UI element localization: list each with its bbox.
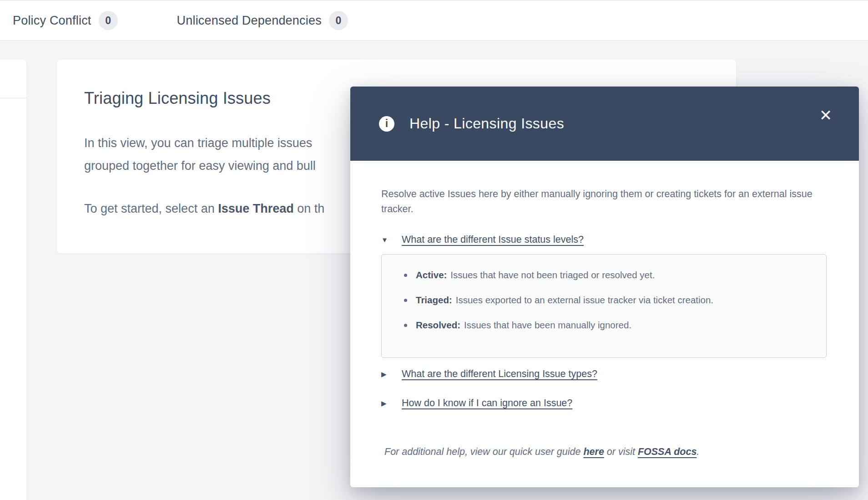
footer-text: For additional help, view our quick user…	[384, 446, 583, 457]
caret-right-icon: ▶	[381, 370, 402, 378]
status-level-item: Active: Issues that have not been triage…	[404, 269, 812, 281]
paragraph-text: grouped together for easy viewing and bu…	[84, 159, 316, 173]
paragraph-text: To get started, select an	[84, 202, 218, 215]
section-toggle-label: What are the different Licensing Issue t…	[402, 368, 597, 380]
status-term: Resolved:	[416, 319, 460, 331]
count-badge: 0	[99, 11, 118, 30]
caret-right-icon: ▶	[381, 399, 402, 408]
count-badge: 0	[329, 11, 348, 30]
tab-policy-conflict[interactable]: Policy Conflict 0	[13, 11, 118, 30]
status-levels-box: Active: Issues that have not been triage…	[381, 254, 827, 358]
status-level-item: Triaged: Issues exported to an external …	[404, 294, 812, 306]
section-toggle-ignore-issue[interactable]: ▶ How do I know if I can ignore an Issue…	[381, 398, 827, 409]
section-toggle-label: How do I know if I can ignore an Issue?	[402, 398, 572, 409]
paragraph-text: In this view, you can triage multiple is…	[84, 136, 312, 150]
modal-body: Resolve active Issues here by either man…	[350, 161, 859, 458]
panel-divider	[0, 98, 26, 98]
bullet-icon	[404, 274, 407, 277]
tab-label: Policy Conflict	[13, 14, 91, 28]
issue-type-tabbar: Policy Conflict 0 Unlicensed Dependencie…	[0, 0, 868, 41]
modal-header: i Help - Licensing Issues ✕	[350, 87, 859, 161]
info-circle-icon: i	[379, 116, 394, 132]
status-description: Issues that have not been triaged or res…	[450, 269, 655, 281]
user-guide-link[interactable]: here	[583, 446, 604, 457]
status-description: Issues exported to an external issue tra…	[456, 294, 713, 306]
status-level-item: Resolved: Issues that have been manually…	[404, 319, 812, 331]
close-icon[interactable]: ✕	[816, 106, 835, 125]
fossa-docs-link[interactable]: FOSSA docs	[638, 446, 696, 457]
footer-text: or visit	[604, 446, 638, 457]
tab-unlicensed-dependencies[interactable]: Unlicensed Dependencies 0	[177, 11, 348, 30]
status-term: Active:	[416, 269, 447, 281]
status-term: Triaged:	[416, 294, 452, 306]
modal-intro-text: Resolve active Issues here by either man…	[381, 187, 827, 217]
caret-down-icon: ▼	[381, 236, 402, 244]
section-toggle-licensing-issue-types[interactable]: ▶ What are the different Licensing Issue…	[381, 368, 827, 380]
help-licensing-issues-modal: i Help - Licensing Issues ✕ Resolve acti…	[350, 87, 859, 487]
section-toggle-issue-status-levels[interactable]: ▼ What are the different Issue status le…	[381, 234, 827, 245]
issue-thread-emphasis: Issue Thread	[218, 202, 294, 215]
modal-footer-text: For additional help, view our quick user…	[384, 446, 827, 458]
issue-thread-panel-edge[interactable]	[0, 60, 26, 500]
status-description: Issues that have been manually ignored.	[464, 319, 631, 331]
paragraph-text: on th	[294, 202, 325, 215]
footer-text: .	[696, 446, 699, 457]
section-toggle-label: What are the different Issue status leve…	[402, 234, 584, 245]
tab-label: Unlicensed Dependencies	[177, 14, 322, 28]
bullet-icon	[404, 324, 407, 327]
screen: Policy Conflict 0 Unlicensed Dependencie…	[0, 0, 868, 500]
bullet-icon	[404, 299, 407, 302]
modal-title: Help - Licensing Issues	[409, 115, 564, 132]
